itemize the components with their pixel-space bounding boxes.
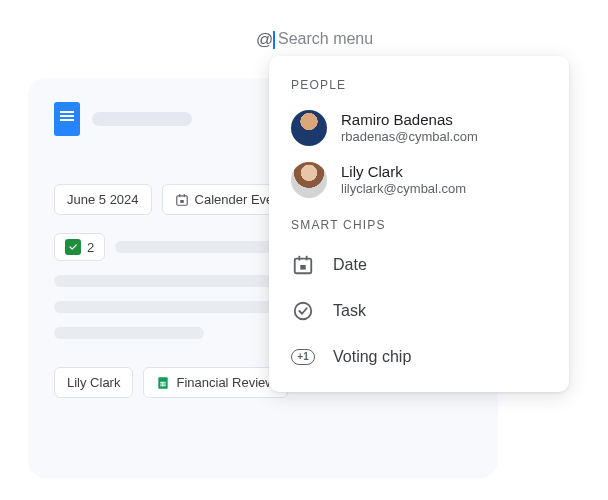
text-placeholder	[54, 301, 284, 313]
person-name: Ramiro Badenas	[341, 111, 478, 129]
date-chip[interactable]: June 5 2024	[54, 184, 152, 215]
task-option-label: Task	[333, 302, 366, 320]
calendar-icon	[175, 193, 189, 207]
at-symbol: @	[256, 30, 273, 50]
svg-rect-8	[163, 381, 164, 386]
text-cursor	[273, 31, 275, 49]
file-chip[interactable]: Financial Review	[143, 367, 287, 398]
person-chip-label: Lily Clark	[67, 375, 120, 390]
sheets-icon	[156, 376, 170, 390]
person-option[interactable]: Ramiro Badenas rbadenas@cymbal.com	[269, 102, 569, 154]
task-option[interactable]: Task	[269, 288, 569, 334]
section-smartchips-label: SMART CHIPS	[269, 206, 569, 242]
person-option[interactable]: Lily Clark lilyclark@cymbal.com	[269, 154, 569, 206]
date-option-label: Date	[333, 256, 367, 274]
svg-rect-1	[179, 194, 180, 197]
person-info: Lily Clark lilyclark@cymbal.com	[341, 163, 466, 198]
vote-count: 2	[87, 240, 94, 255]
date-chip-label: June 5 2024	[67, 192, 139, 207]
task-check-icon	[291, 299, 315, 323]
search-input[interactable]: Search menu	[278, 30, 373, 48]
google-docs-icon	[54, 102, 80, 136]
avatar	[291, 110, 327, 146]
svg-rect-12	[300, 265, 306, 270]
svg-rect-3	[180, 200, 184, 203]
text-placeholder	[54, 327, 204, 339]
person-name: Lily Clark	[341, 163, 466, 181]
voting-option[interactable]: +1 Voting chip	[269, 334, 569, 380]
voting-option-label: Voting chip	[333, 348, 411, 366]
vote-badge: +1	[291, 349, 314, 365]
person-chip[interactable]: Lily Clark	[54, 367, 133, 398]
checkmark-icon	[65, 239, 81, 255]
text-placeholder	[54, 275, 294, 287]
section-people-label: PEOPLE	[269, 74, 569, 102]
avatar	[291, 162, 327, 198]
person-info: Ramiro Badenas rbadenas@cymbal.com	[341, 111, 478, 146]
svg-point-13	[295, 303, 312, 320]
date-option[interactable]: Date	[269, 242, 569, 288]
person-email: lilyclark@cymbal.com	[341, 181, 466, 198]
title-placeholder	[92, 112, 192, 126]
voting-pill-icon: +1	[291, 345, 315, 369]
svg-rect-2	[183, 194, 184, 197]
vote-chip[interactable]: 2	[54, 233, 105, 261]
person-email: rbadenas@cymbal.com	[341, 129, 478, 146]
svg-rect-10	[298, 256, 300, 261]
calendar-icon	[291, 253, 315, 277]
svg-rect-11	[306, 256, 308, 261]
file-chip-label: Financial Review	[176, 375, 274, 390]
mention-dropdown: PEOPLE Ramiro Badenas rbadenas@cymbal.co…	[269, 56, 569, 392]
